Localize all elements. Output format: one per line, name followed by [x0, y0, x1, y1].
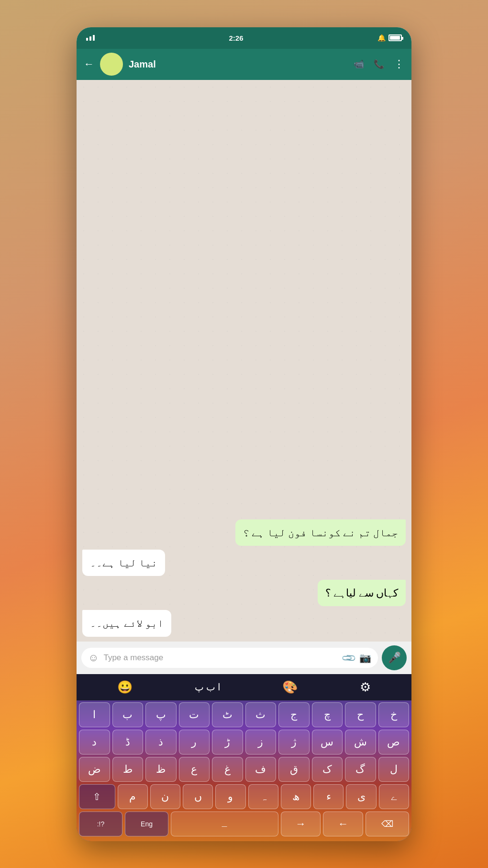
video-call-icon[interactable]: 📹 [354, 59, 364, 69]
message-text-4: ابو لائے ہیں۔۔ [90, 617, 164, 629]
status-time: 2:26 [229, 34, 243, 42]
keyboard-color-icon[interactable]: 🎨 [282, 680, 298, 695]
back-button[interactable]: ← [84, 58, 94, 70]
voice-call-icon[interactable]: 📞 [374, 59, 384, 69]
camera-icon[interactable]: 📷 [359, 652, 371, 664]
message-input-area: ☺ Type a message 📎 📷 🎤 [77, 642, 411, 674]
key-lam[interactable]: ل [378, 757, 410, 782]
key-noon[interactable]: ن [150, 784, 180, 809]
key-noon-ghunna[interactable]: ں [183, 784, 213, 809]
key-se[interactable]: ث [245, 702, 277, 727]
battery-icon [388, 34, 402, 41]
key-meem[interactable]: م [118, 784, 148, 809]
key-rre[interactable]: ڑ [212, 730, 243, 755]
key-sad[interactable]: ص [378, 730, 410, 755]
key-seen[interactable]: س [312, 730, 343, 755]
key-sheen[interactable]: ش [345, 730, 376, 755]
keyboard-emoji-icon[interactable]: 😀 [117, 680, 133, 695]
key-te[interactable]: ت [179, 702, 210, 727]
message-4: ابو لائے ہیں۔۔ [82, 610, 171, 636]
status-right-icons: 🔔 [377, 34, 402, 42]
key-zad[interactable]: ض [79, 757, 110, 782]
key-row-2: د ڈ ذ ر ڑ ز ژ س ش ص [79, 730, 409, 755]
key-ddal[interactable]: ڈ [112, 730, 144, 755]
key-ghain[interactable]: غ [212, 757, 243, 782]
message-3: کہاں سے لیاہے ؟ [318, 580, 406, 606]
key-zohe[interactable]: ظ [145, 757, 177, 782]
key-khe[interactable]: خ [378, 702, 410, 727]
key-hamza[interactable]: ء [313, 784, 344, 809]
left-arrow-key[interactable]: ← [323, 812, 363, 836]
key-qaf[interactable]: ق [278, 757, 310, 782]
backspace-key[interactable]: ⌫ [366, 812, 409, 836]
key-pe[interactable]: پ [145, 702, 177, 727]
message-text-1: جمال تم نے کونسا فون لیا ہے ؟ [243, 527, 399, 539]
key-re[interactable]: ر [179, 730, 210, 755]
key-row-1: ا ب پ ت ٹ ث ج چ ح خ [79, 702, 409, 727]
message-text-2: نیا لیا ہے۔۔ [90, 557, 157, 569]
key-kaf[interactable]: ک [312, 757, 343, 782]
key-jeem[interactable]: ج [278, 702, 310, 727]
key-ye[interactable]: ی [346, 784, 376, 809]
notification-icon: 🔔 [377, 34, 386, 42]
key-ze[interactable]: ز [245, 730, 277, 755]
chat-area: جمال تم نے کونسا فون لیا ہے ؟ نیا لیا ہے… [77, 80, 411, 642]
message-input-wrapper[interactable]: ☺ Type a message 📎 📷 [81, 648, 378, 668]
key-dal[interactable]: د [79, 730, 110, 755]
chat-header: ← Jamal 📹 📞 ⋮ [77, 49, 411, 80]
status-bar: 2:26 🔔 [77, 27, 411, 49]
signal-bar-2 [89, 36, 91, 41]
space-key[interactable]: ＿ [171, 812, 278, 836]
key-row-3: ض ط ظ ع غ ف ق ک گ ل [79, 757, 409, 782]
avatar [100, 53, 123, 76]
attach-icon[interactable]: 📎 [340, 649, 357, 666]
more-options-icon[interactable]: ⋮ [394, 58, 404, 70]
key-wao[interactable]: و [215, 784, 245, 809]
signal-bar-1 [86, 38, 88, 41]
key-zhe[interactable]: ژ [278, 730, 310, 755]
shift-key[interactable]: ⇧ [79, 784, 115, 809]
contact-name: Jamal [129, 59, 348, 70]
key-che[interactable]: چ [312, 702, 343, 727]
right-arrow-key[interactable]: → [281, 812, 321, 836]
messages-list: جمال تم نے کونسا فون لیا ہے ؟ نیا لیا ہے… [82, 519, 406, 637]
message-input-placeholder[interactable]: Type a message [103, 653, 338, 663]
keyboard: 😀 ا ب پ 🎨 ⚙ ا ب پ ت ٹ ث ج چ ح خ د [77, 674, 411, 841]
key-fe[interactable]: ف [245, 757, 277, 782]
header-actions: 📹 📞 ⋮ [354, 58, 404, 70]
keyboard-keys: ا ب پ ت ٹ ث ج چ ح خ د ڈ ذ ر ڑ ز ژ س [77, 700, 411, 841]
message-1: جمال تم نے کونسا فون لیا ہے ؟ [235, 519, 406, 546]
key-be[interactable]: ب [112, 702, 144, 727]
symbols-key[interactable]: :!? [79, 812, 122, 836]
keyboard-toolbar: 😀 ا ب پ 🎨 ⚙ [77, 674, 411, 700]
key-gaf[interactable]: گ [345, 757, 376, 782]
message-text-3: کہاں سے لیاہے ؟ [325, 587, 399, 599]
key-ain[interactable]: ع [179, 757, 210, 782]
key-he[interactable]: ح [345, 702, 376, 727]
key-hah[interactable]: ہ [248, 784, 278, 809]
key-alef[interactable]: ا [79, 702, 110, 727]
english-key[interactable]: Eng [125, 812, 168, 836]
key-ye-barri[interactable]: ے [379, 784, 409, 809]
signal-bar-3 [93, 35, 95, 41]
message-2: نیا لیا ہے۔۔ [82, 550, 165, 576]
key-do-chashmi-he[interactable]: ھ [281, 784, 311, 809]
key-tohe[interactable]: ط [112, 757, 144, 782]
mic-icon: 🎤 [388, 652, 401, 664]
key-row-5: :!? Eng ＿ → ← ⌫ [79, 812, 409, 836]
keyboard-lang-label[interactable]: ا ب پ [195, 681, 221, 693]
key-row-4: ⇧ م ن ں و ہ ھ ء ی ے [79, 784, 409, 809]
key-zal[interactable]: ذ [145, 730, 177, 755]
mic-button[interactable]: 🎤 [382, 645, 407, 670]
key-tte[interactable]: ٹ [212, 702, 243, 727]
signal-indicator [86, 35, 95, 41]
keyboard-settings-icon[interactable]: ⚙ [360, 680, 371, 695]
phone-container: 2:26 🔔 ← Jamal 📹 📞 ⋮ جمال تم نے کونسا فو… [77, 27, 411, 841]
emoji-picker-icon[interactable]: ☺ [88, 652, 99, 664]
